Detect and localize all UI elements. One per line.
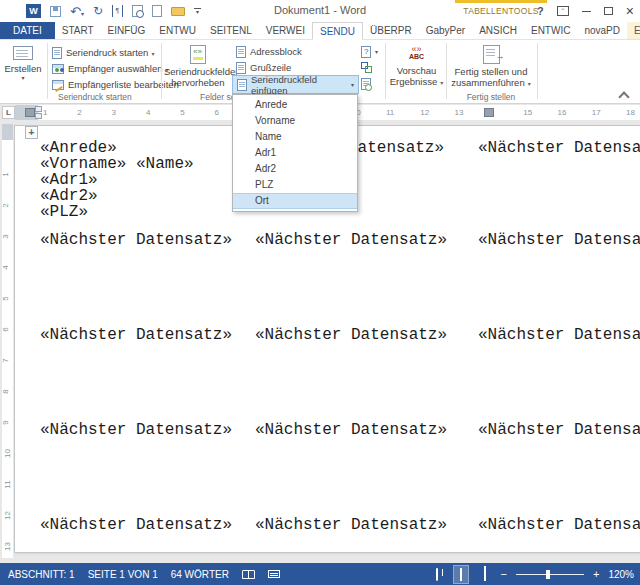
read-mode-icon <box>436 568 438 581</box>
next-record-field[interactable]: «Nächster Datensatz» <box>478 232 640 248</box>
zoom-slider[interactable] <box>516 574 584 575</box>
merge-field-line[interactable]: «Anrede» <box>40 140 117 156</box>
context-tool-label[interactable]: TABELLENTOOLS <box>455 0 547 19</box>
merge-field-line[interactable]: «Vorname» «Name» <box>40 156 194 172</box>
merge-field-line[interactable]: «Adr2» <box>40 188 98 204</box>
dropdown-item-vorname[interactable]: Vorname <box>233 113 357 129</box>
dropdown-item-name[interactable]: Name <box>233 129 357 145</box>
uebereinstimmende-felder-button[interactable] <box>361 60 372 75</box>
empfaengerliste-bearbeiten-button[interactable]: Empfängerliste bearbeiten <box>52 77 179 92</box>
macro-recording-icon[interactable] <box>268 570 280 578</box>
table-column-marker[interactable] <box>484 108 494 117</box>
zoom-out-button[interactable]: − <box>501 569 507 579</box>
ruler-number: 15 <box>523 108 532 117</box>
restore-button[interactable] <box>604 7 613 15</box>
help-button[interactable]: ? <box>537 5 544 17</box>
ruler-number: 16 <box>558 108 567 117</box>
ruler-number: 12 <box>420 108 429 117</box>
erstellen-button[interactable]: Erstellen ▾ <box>2 42 44 100</box>
dropdown-item-ort[interactable]: Ort <box>233 193 357 209</box>
dropdown-item-adr2[interactable]: Adr2 <box>233 161 357 177</box>
collapse-ribbon-icon[interactable] <box>619 90 628 99</box>
table-move-handle-icon[interactable]: + <box>25 126 38 139</box>
rules-icon <box>361 46 371 58</box>
tab-ueberpruefen[interactable]: ÜBERPR <box>363 22 419 39</box>
minimize-button[interactable] <box>582 11 591 12</box>
merge-field-line[interactable]: «PLZ» <box>40 204 88 220</box>
next-record-field[interactable]: «Nächster Datensatz» <box>478 422 640 438</box>
seriendruckfeld-einfuegen-button[interactable]: Seriendruckfeld einfügen ▾ <box>232 75 359 94</box>
seriendruck-starten-button[interactable]: Seriendruck starten <box>52 45 154 60</box>
ruler-number: 5 <box>180 108 184 117</box>
ruler-number: 2 <box>77 108 81 117</box>
tab-stop-selector[interactable]: L <box>2 106 15 119</box>
first-line-indent-marker[interactable] <box>35 106 42 112</box>
page-indicator[interactable]: SEITE 1 VON 1 <box>88 569 158 580</box>
select-recipients-icon <box>52 64 64 74</box>
group-divider <box>385 43 386 99</box>
dropdown-item-anrede[interactable]: Anrede <box>233 97 357 113</box>
next-record-field[interactable]: «Nächster Datensatz» <box>478 327 640 343</box>
zoom-in-button[interactable]: + <box>593 569 599 579</box>
empfaenger-auswaehlen-button[interactable]: Empfänger auswählen <box>52 61 169 76</box>
ribbon-display-options-icon[interactable]: ⌃ <box>557 6 569 16</box>
tab-entwicklertools[interactable]: ENTWIC <box>524 22 577 39</box>
tab-gabyper[interactable]: GabyPer <box>419 22 472 39</box>
next-record-field[interactable]: «Nächster Datensatz» <box>255 422 447 438</box>
etiketten-aktualisieren-button[interactable] <box>361 76 371 91</box>
read-mode-button[interactable] <box>430 566 444 583</box>
regeln-button[interactable]: ▾ <box>361 44 378 59</box>
tab-tabellentools-entwurf[interactable]: ENTWURF <box>627 22 640 39</box>
ruler-number: 8 <box>1 389 10 393</box>
next-record-field[interactable]: «Nächster Datensatz» <box>255 232 447 248</box>
tab-seitenlayout[interactable]: SEITENL <box>203 22 259 39</box>
ruler-number: 13 <box>455 108 464 117</box>
web-layout-icon <box>484 566 486 581</box>
ruler-number: 11 <box>3 480 12 488</box>
tab-einfuegen[interactable]: EINFÜG <box>101 22 153 39</box>
ruler-number: 4 <box>1 265 10 269</box>
vertical-ruler[interactable]: 12345678910111213 <box>2 124 13 558</box>
ruler-number: 3 <box>112 108 116 117</box>
word-count[interactable]: 64 WÖRTER <box>171 569 229 580</box>
table-column-marker[interactable] <box>25 108 35 117</box>
window-controls: ? ⌃ × <box>537 2 634 20</box>
close-button[interactable]: × <box>626 5 634 17</box>
next-record-field[interactable]: «Nächster Datensatz» <box>40 517 232 533</box>
ruler-number: 17 <box>592 108 601 117</box>
proofing-icon[interactable] <box>242 570 255 579</box>
dropdown-item-plz[interactable]: PLZ <box>233 177 357 193</box>
word-window: W ↶▾ ↻ ¶ ▾ Dokument1 - Word TABELLENTOOL… <box>0 0 640 585</box>
tab-verweise[interactable]: VERWEI <box>259 22 312 39</box>
tab-datei[interactable]: DATEI <box>0 22 55 39</box>
zoom-slider-handle[interactable] <box>546 570 550 579</box>
next-record-field[interactable]: «Nächster Datensatz» <box>255 327 447 343</box>
tab-start[interactable]: START <box>55 22 101 39</box>
print-layout-button[interactable] <box>453 565 469 584</box>
ruler-number: 18 <box>626 108 635 117</box>
next-record-field[interactable]: «Nächster Datensatz» <box>478 517 640 533</box>
group-divider <box>161 43 162 99</box>
next-record-field[interactable]: «Nächster Datensatz» <box>40 327 232 343</box>
ruler-number: 11 <box>386 108 394 117</box>
update-labels-icon <box>361 78 371 90</box>
tab-novapd[interactable]: novaPD <box>577 22 627 39</box>
ruler-number: 9 <box>1 420 10 424</box>
dropdown-item-adr1[interactable]: Adr1 <box>233 145 357 161</box>
next-record-field[interactable]: «Nächster Datensatz» <box>40 422 232 438</box>
adressblock-button[interactable]: Adressblock <box>236 44 302 59</box>
vorschau-ergebnisse-button[interactable]: «»ABC Vorschau Ergebnisse <box>389 42 444 100</box>
merge-field-line[interactable]: «Adr1» <box>40 172 98 188</box>
zoom-level[interactable]: 120% <box>608 569 634 580</box>
hanging-indent-marker[interactable] <box>35 113 42 119</box>
start-mail-merge-icon <box>52 47 62 59</box>
tab-entwurf-doc[interactable]: ENTWU <box>152 22 203 39</box>
next-record-field[interactable]: «Nächster Datensatz» <box>255 517 447 533</box>
section-indicator[interactable]: ABSCHNITT: 1 <box>8 569 75 580</box>
tab-ansicht[interactable]: ANSICH <box>472 22 524 39</box>
next-record-field[interactable]: «Nächster Datensatz» <box>40 232 232 248</box>
web-layout-button[interactable] <box>478 566 492 583</box>
next-record-field[interactable]: «Nächster Datensatz» <box>478 140 640 156</box>
merge-field-dropdown: Anrede Vorname Name Adr1 Adr2 PLZ Ort <box>232 94 358 212</box>
tab-sendungen[interactable]: SENDU <box>312 22 363 40</box>
